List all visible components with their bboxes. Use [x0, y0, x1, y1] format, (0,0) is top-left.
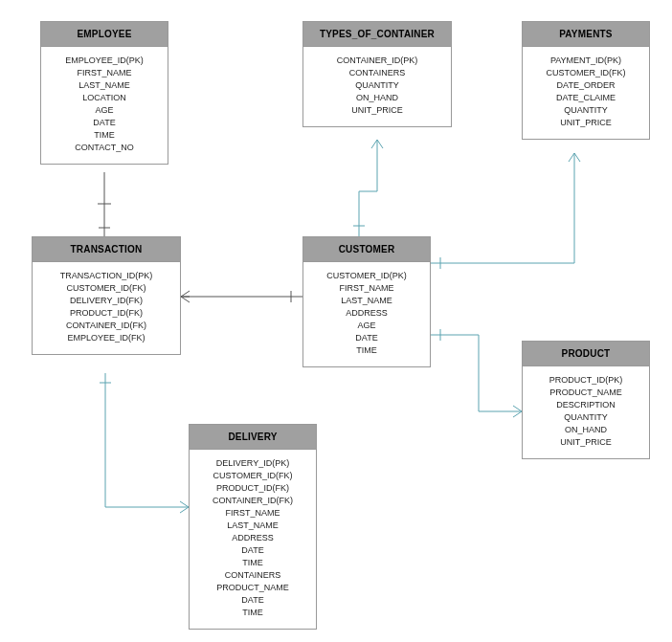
svg-line-8 — [371, 140, 377, 148]
entity-body: CUSTOMER_ID(PK) FIRST_NAME LAST_NAME ADD… — [303, 262, 430, 366]
attr: QUANTITY — [526, 411, 645, 424]
attr: CUSTOMER_ID(FK) — [526, 67, 645, 79]
entity-title: DELIVERY — [190, 425, 316, 450]
attr: CONTAINERS — [193, 569, 312, 582]
attr: CONTAINER_ID(PK) — [307, 55, 447, 67]
attr: TIME — [193, 557, 312, 569]
attr: CONTAINERS — [307, 67, 447, 79]
attr: CUSTOMER_ID(FK) — [193, 470, 312, 482]
attr: PAYMENT_ID(PK) — [526, 55, 645, 67]
attr: CONTACT_NO — [45, 142, 164, 154]
attr: DATE — [307, 332, 426, 344]
attr: DESCRIPTION — [526, 399, 645, 411]
entity-body: PAYMENT_ID(PK) CUSTOMER_ID(FK) DATE_ORDE… — [523, 47, 649, 139]
attr: UNIT_PRICE — [526, 436, 645, 449]
attr: CONTAINER_ID(FK) — [193, 495, 312, 507]
entity-payments: PAYMENTS PAYMENT_ID(PK) CUSTOMER_ID(FK) … — [522, 21, 650, 140]
attr: ADDRESS — [307, 307, 426, 320]
attr: QUANTITY — [526, 104, 645, 117]
attr: AGE — [45, 104, 164, 117]
attr: QUANTITY — [307, 79, 447, 92]
entity-title: EMPLOYEE — [41, 22, 168, 47]
entity-body: PRODUCT_ID(PK) PRODUCT_NAME DESCRIPTION … — [523, 366, 649, 458]
attr: PRODUCT_ID(FK) — [193, 482, 312, 495]
entity-delivery: DELIVERY DELIVERY_ID(PK) CUSTOMER_ID(FK)… — [189, 424, 317, 630]
attr: DATE — [45, 117, 164, 129]
entity-body: CONTAINER_ID(PK) CONTAINERS QUANTITY ON_… — [303, 47, 451, 126]
entity-title: TRANSACTION — [33, 237, 180, 262]
attr: FIRST_NAME — [193, 507, 312, 520]
entity-title: PAYMENTS — [523, 22, 649, 47]
entity-body: EMPLOYEE_ID(PK) FIRST_NAME LAST_NAME LOC… — [41, 47, 168, 164]
attr: TIME — [307, 344, 426, 357]
attr: ON_HAND — [307, 92, 447, 104]
attr: FIRST_NAME — [45, 67, 164, 79]
entity-transaction: TRANSACTION TRANSACTION_ID(PK) CUSTOMER_… — [32, 236, 181, 355]
attr: TIME — [193, 607, 312, 619]
attr: TRANSACTION_ID(PK) — [36, 270, 176, 282]
attr: LAST_NAME — [45, 79, 164, 92]
entity-title: CUSTOMER — [303, 237, 430, 262]
entity-customer: CUSTOMER CUSTOMER_ID(PK) FIRST_NAME LAST… — [302, 236, 431, 367]
attr: DATE_ORDER — [526, 79, 645, 92]
attr: CUSTOMER_ID(FK) — [36, 282, 176, 295]
attr: PRODUCT_ID(PK) — [526, 374, 645, 387]
svg-line-4 — [181, 291, 190, 297]
attr: UNIT_PRICE — [526, 117, 645, 129]
attr: PRODUCT_NAME — [193, 582, 312, 594]
attr: UNIT_PRICE — [307, 104, 447, 117]
svg-line-5 — [181, 297, 190, 302]
attr: CUSTOMER_ID(PK) — [307, 270, 426, 282]
svg-line-14 — [513, 406, 522, 411]
entity-employee: EMPLOYEE EMPLOYEE_ID(PK) FIRST_NAME LAST… — [40, 21, 168, 165]
attr: EMPLOYEE_ID(FK) — [36, 332, 176, 344]
attr: LOCATION — [45, 92, 164, 104]
attr: TIME — [45, 129, 164, 142]
svg-line-17 — [180, 501, 189, 507]
attr: DELIVERY_ID(PK) — [193, 457, 312, 470]
attr: FIRST_NAME — [307, 282, 426, 295]
svg-line-12 — [574, 153, 580, 162]
attr: CONTAINER_ID(FK) — [36, 320, 176, 332]
attr: DATE — [193, 544, 312, 557]
attr: PRODUCT_ID(FK) — [36, 307, 176, 320]
attr: LAST_NAME — [307, 295, 426, 307]
entity-product: PRODUCT PRODUCT_ID(PK) PRODUCT_NAME DESC… — [522, 341, 650, 459]
svg-line-18 — [180, 507, 189, 513]
attr: PRODUCT_NAME — [526, 387, 645, 399]
entity-types-of-container: TYPES_OF_CONTAINER CONTAINER_ID(PK) CONT… — [302, 21, 452, 127]
attr: AGE — [307, 320, 426, 332]
attr: ADDRESS — [193, 532, 312, 544]
attr: DELIVERY_ID(FK) — [36, 295, 176, 307]
attr: LAST_NAME — [193, 520, 312, 532]
svg-line-15 — [513, 411, 522, 417]
attr: DATE_CLAIME — [526, 92, 645, 104]
entity-body: TRANSACTION_ID(PK) CUSTOMER_ID(FK) DELIV… — [33, 262, 180, 354]
svg-line-11 — [569, 153, 574, 162]
attr: EMPLOYEE_ID(PK) — [45, 55, 164, 67]
entity-body: DELIVERY_ID(PK) CUSTOMER_ID(FK) PRODUCT_… — [190, 450, 316, 629]
svg-line-9 — [377, 140, 383, 148]
attr: ON_HAND — [526, 424, 645, 436]
entity-title: TYPES_OF_CONTAINER — [303, 22, 451, 47]
attr: DATE — [193, 594, 312, 607]
entity-title: PRODUCT — [523, 342, 649, 366]
